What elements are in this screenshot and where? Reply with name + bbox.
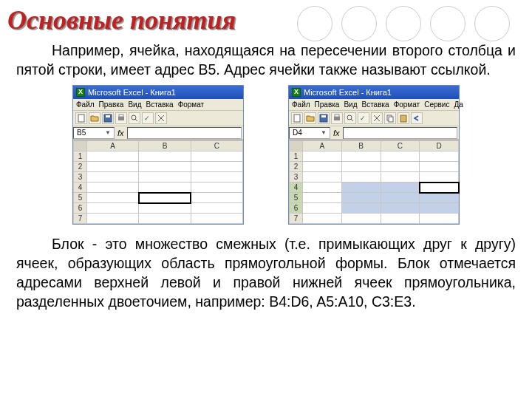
cell[interactable] [191, 162, 242, 172]
row-header[interactable]: 6 [290, 203, 303, 214]
menu-edit[interactable]: Правка [315, 100, 340, 109]
col-header[interactable]: C [191, 141, 242, 151]
cell[interactable] [381, 172, 420, 183]
cell-selected-b5[interactable] [139, 193, 191, 203]
row-header[interactable]: 3 [74, 172, 87, 183]
col-header[interactable]: B [139, 141, 191, 151]
menu-format[interactable]: Формат [394, 100, 420, 109]
cell[interactable] [341, 214, 381, 224]
menu-edit[interactable]: Правка [99, 100, 124, 109]
new-icon[interactable] [291, 112, 303, 124]
cell[interactable] [87, 172, 139, 183]
row-header[interactable]: 6 [74, 203, 87, 214]
row-header[interactable]: 4 [290, 183, 303, 193]
cell[interactable] [87, 203, 139, 214]
menu-data[interactable]: Да [454, 100, 463, 109]
cell[interactable] [139, 172, 191, 183]
cell[interactable] [87, 183, 139, 193]
cell[interactable] [139, 162, 191, 172]
cell[interactable] [139, 183, 191, 193]
cut-icon[interactable] [371, 112, 383, 124]
cell[interactable] [381, 151, 420, 162]
cell[interactable] [139, 151, 191, 162]
cell[interactable] [303, 172, 342, 183]
cell[interactable] [303, 214, 342, 224]
name-box[interactable]: D4 ▼ [289, 127, 330, 139]
cell[interactable] [191, 183, 242, 193]
cell-range[interactable] [381, 183, 420, 193]
cell-range[interactable] [381, 193, 420, 203]
cell[interactable] [191, 214, 242, 224]
select-all-corner[interactable] [290, 141, 303, 151]
cell[interactable] [303, 151, 342, 162]
cell[interactable] [420, 172, 459, 183]
cell[interactable] [420, 151, 459, 162]
formula-input[interactable] [127, 127, 242, 139]
row-header[interactable]: 2 [74, 162, 87, 172]
col-header[interactable]: B [341, 141, 381, 151]
open-icon[interactable] [89, 112, 100, 124]
cell[interactable] [87, 193, 139, 203]
chevron-down-icon[interactable]: ▼ [105, 129, 111, 136]
print-icon[interactable] [331, 112, 343, 124]
cell-active-d4[interactable] [420, 183, 459, 193]
menu-insert[interactable]: Вставка [361, 100, 389, 109]
cell[interactable] [191, 203, 242, 214]
spell-icon[interactable]: ✓ [358, 112, 369, 124]
menu-view[interactable]: Вид [128, 100, 141, 109]
cell[interactable] [341, 162, 381, 172]
print-icon[interactable] [115, 112, 127, 124]
row-header[interactable]: 5 [290, 193, 303, 203]
name-box[interactable]: B5 ▼ [73, 127, 115, 139]
select-all-corner[interactable] [74, 141, 87, 151]
paste-icon[interactable] [398, 112, 409, 124]
menu-file[interactable]: Файл [292, 100, 310, 109]
save-icon[interactable] [318, 112, 330, 124]
menu-view[interactable]: Вид [344, 100, 357, 109]
cell[interactable] [303, 183, 342, 193]
chevron-down-icon[interactable]: ▼ [321, 129, 327, 136]
col-header[interactable]: A [87, 141, 139, 151]
cell[interactable] [420, 162, 459, 172]
cell[interactable] [381, 214, 420, 224]
preview-icon[interactable] [344, 112, 356, 124]
cell-range[interactable] [341, 193, 381, 203]
cell[interactable] [303, 203, 342, 214]
cell[interactable] [191, 172, 242, 183]
cell[interactable] [139, 203, 191, 214]
fx-icon[interactable]: fx [115, 129, 127, 137]
cell[interactable] [139, 214, 191, 224]
cell[interactable] [87, 162, 139, 172]
cell[interactable] [87, 151, 139, 162]
cell-range[interactable] [420, 193, 459, 203]
col-header[interactable]: D [420, 141, 459, 151]
row-header[interactable]: 4 [74, 183, 87, 193]
menu-tools[interactable]: Сервис [424, 100, 449, 109]
row-header[interactable]: 5 [74, 193, 87, 203]
row-header[interactable]: 7 [290, 214, 303, 224]
menu-format[interactable]: Формат [178, 100, 205, 109]
formula-input[interactable] [343, 127, 457, 139]
save-icon[interactable] [102, 112, 114, 124]
open-icon[interactable] [304, 112, 316, 124]
preview-icon[interactable] [129, 112, 140, 124]
cell-range[interactable] [341, 183, 381, 193]
menu-file[interactable]: Файл [76, 100, 95, 109]
row-header[interactable]: 7 [74, 214, 87, 224]
cell[interactable] [341, 151, 381, 162]
col-header[interactable]: C [381, 141, 420, 151]
cell-range[interactable] [381, 203, 420, 214]
new-icon[interactable] [75, 112, 87, 124]
row-header[interactable]: 1 [74, 151, 87, 162]
row-header[interactable]: 2 [290, 162, 303, 172]
cell[interactable] [191, 151, 242, 162]
col-header[interactable]: A [303, 141, 342, 151]
row-header[interactable]: 1 [290, 151, 303, 162]
cell[interactable] [303, 162, 342, 172]
cut-icon[interactable] [155, 112, 167, 124]
spell-icon[interactable]: ✓ [142, 112, 154, 124]
cell[interactable] [191, 193, 242, 203]
menu-insert[interactable]: Вставка [146, 100, 173, 109]
cell[interactable] [87, 214, 139, 224]
cell[interactable] [341, 172, 381, 183]
